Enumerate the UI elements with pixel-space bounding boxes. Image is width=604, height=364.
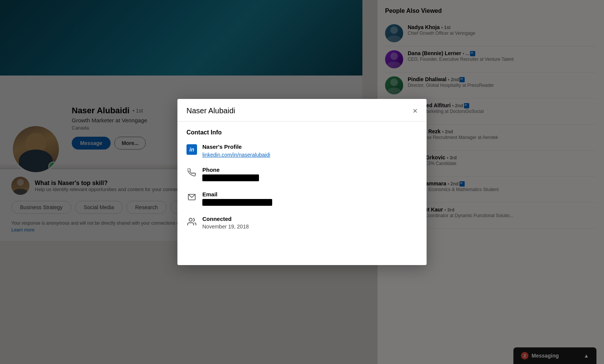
email-icon [186,192,197,202]
phone-value-redacted [202,174,259,181]
linkedin-profile-url[interactable]: linkedin.com/in/naseralubaidi [202,152,270,158]
connected-row: Connected November 19, 2018 [186,216,418,230]
modal-title: Naser Alubaidi [186,106,235,115]
contact-info-heading: Contact Info [186,129,418,136]
modal-body: Contact Info in Naser's Profile linkedin… [177,122,427,245]
modal-header: Naser Alubaidi × [177,99,427,122]
linkedin-profile-label: Naser's Profile [202,143,270,150]
email-label: Email [202,191,272,197]
linkedin-icon: in [186,144,197,155]
connected-date: November 19, 2018 [202,224,249,230]
email-value-redacted [202,199,272,206]
connected-icon [186,216,197,227]
contact-modal: Naser Alubaidi × Contact Info in Naser's… [177,99,427,265]
svg-point-1 [189,218,192,221]
modal-close-button[interactable]: × [413,107,418,115]
connected-label: Connected [202,216,249,222]
modal-overlay[interactable]: Naser Alubaidi × Contact Info in Naser's… [0,0,604,364]
phone-label: Phone [202,167,259,173]
phone-icon [186,167,197,178]
linkedin-profile-row: in Naser's Profile linkedin.com/in/naser… [186,143,418,158]
email-row: Email [186,191,418,207]
phone-row: Phone [186,167,418,183]
